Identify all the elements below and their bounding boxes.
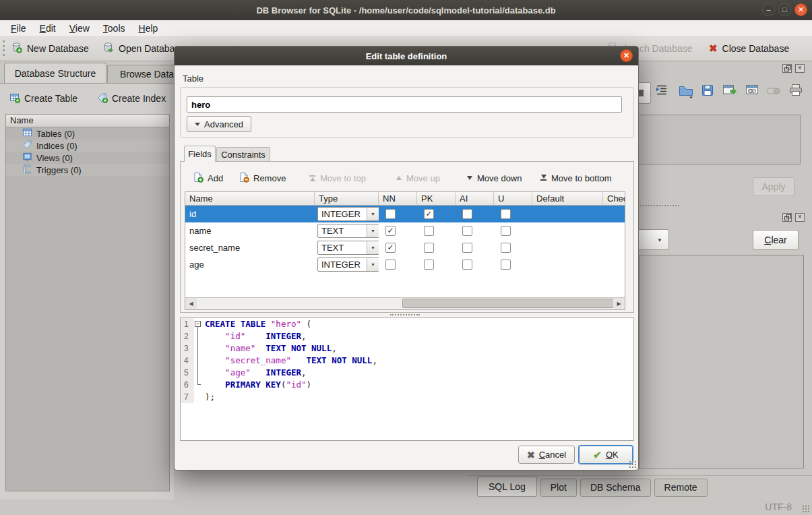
pk-checkbox[interactable]: ✓: [424, 209, 434, 219]
field-row-name[interactable]: nameTEXT▼✓: [185, 222, 625, 239]
bottom-tab-db-schema[interactable]: DB Schema: [580, 479, 651, 497]
menu-tools[interactable]: Tools: [96, 22, 132, 35]
splitter-handle[interactable]: [640, 205, 679, 206]
default-cell[interactable]: [532, 239, 603, 256]
print-icon[interactable]: [788, 84, 803, 99]
column-header-default[interactable]: Default: [532, 192, 603, 206]
menu-edit[interactable]: Edit: [33, 22, 63, 35]
tree-column-header-name[interactable]: Name: [6, 115, 169, 127]
tab-constraints[interactable]: Constraints: [216, 147, 270, 162]
default-cell[interactable]: [532, 206, 603, 222]
check-cell[interactable]: [603, 256, 625, 273]
field-name-cell[interactable]: secret_name: [185, 239, 315, 256]
mdi-close-button[interactable]: ×: [795, 64, 805, 73]
ok-button[interactable]: ✔ OK: [579, 446, 633, 464]
ai-checkbox[interactable]: [462, 243, 472, 253]
dialog-close-button[interactable]: ✕: [620, 49, 633, 62]
pk-checkbox[interactable]: [424, 260, 434, 270]
scroll-right-arrow[interactable]: ▶: [613, 298, 625, 309]
menu-file[interactable]: File: [4, 22, 33, 35]
mdi-restore-button-2[interactable]: [782, 213, 792, 222]
minimize-button[interactable]: –: [762, 3, 775, 16]
tab-database-structure[interactable]: Database Structure: [4, 63, 106, 83]
default-cell[interactable]: [532, 222, 603, 239]
dialog-titlebar[interactable]: Edit table definition ✕: [175, 47, 638, 65]
column-header-ai[interactable]: AI: [456, 192, 494, 206]
ai-checkbox[interactable]: [462, 260, 472, 270]
maximize-button[interactable]: □: [778, 3, 791, 16]
pk-checkbox[interactable]: [424, 226, 434, 236]
bottom-tab-sql-log[interactable]: SQL Log: [477, 477, 537, 497]
nn-checkbox[interactable]: [385, 209, 396, 219]
field-name-cell[interactable]: age: [185, 256, 315, 273]
toolbar-drag-handle[interactable]: [3, 40, 7, 56]
u-checkbox[interactable]: [501, 226, 511, 236]
move-down-button[interactable]: Move down: [466, 169, 522, 187]
advanced-button[interactable]: Advanced: [187, 116, 251, 132]
word-wrap-icon[interactable]: [655, 84, 668, 98]
tab-fields[interactable]: Fields: [184, 146, 216, 162]
add-button[interactable]: Add: [193, 169, 223, 187]
check-cell[interactable]: [603, 239, 625, 256]
import-file-icon[interactable]: [678, 84, 694, 100]
sql-preview-editor[interactable]: 1−CREATE TABLE "hero" (2 "id" INTEGER,3 …: [180, 317, 634, 441]
type-combobox[interactable]: INTEGER▼: [317, 207, 379, 221]
window-resize-grip[interactable]: [802, 505, 810, 513]
type-combobox[interactable]: TEXT▼: [317, 224, 379, 238]
field-name-cell[interactable]: name: [185, 222, 315, 239]
remove-button[interactable]: Remove: [239, 169, 286, 187]
fields-grid-hscrollbar[interactable]: ◀ ▶: [185, 297, 625, 309]
tree-item-views[interactable]: Views (0): [6, 152, 169, 164]
create-index-button[interactable]: Create Index: [97, 90, 166, 107]
column-header-u[interactable]: U: [494, 192, 532, 206]
check-cell[interactable]: [603, 222, 625, 239]
close-button[interactable]: ✕: [794, 3, 807, 16]
u-checkbox[interactable]: [501, 243, 511, 253]
menu-help[interactable]: Help: [132, 22, 165, 35]
field-row-age[interactable]: ageINTEGER▼: [185, 256, 625, 273]
bottom-tab-remote[interactable]: Remote: [654, 479, 708, 497]
column-header-type[interactable]: Type: [315, 192, 379, 206]
open-database-button[interactable]: Open Database: [102, 40, 185, 57]
fold-collapse-icon[interactable]: −: [195, 321, 201, 327]
dialog-resize-grip[interactable]: [629, 460, 637, 468]
nn-checkbox[interactable]: ✓: [385, 243, 396, 253]
mdi-close-button-2[interactable]: ×: [795, 213, 805, 222]
field-name-cell[interactable]: id: [185, 206, 315, 222]
nn-checkbox[interactable]: [385, 260, 396, 270]
column-header-check[interactable]: Check: [603, 192, 625, 206]
nn-checkbox[interactable]: ✓: [385, 226, 396, 236]
tree-item-tables[interactable]: Tables (0): [6, 127, 169, 140]
edit-cell-textarea[interactable]: [637, 115, 801, 164]
pk-checkbox[interactable]: [424, 243, 434, 253]
cancel-button[interactable]: ✖ Cancel: [518, 446, 575, 464]
table-name-input[interactable]: [187, 96, 622, 113]
sql-log-area[interactable]: [639, 255, 804, 468]
ai-checkbox[interactable]: [462, 226, 472, 236]
u-checkbox[interactable]: [501, 209, 511, 219]
default-cell[interactable]: [532, 256, 603, 273]
column-header-name[interactable]: Name: [185, 192, 315, 206]
type-combobox[interactable]: INTEGER▼: [317, 258, 379, 272]
ai-checkbox[interactable]: [462, 209, 472, 219]
tree-item-indices[interactable]: Indices (0): [6, 140, 169, 152]
close-database-button[interactable]: ✖ Close Database: [709, 40, 789, 57]
scroll-left-arrow[interactable]: ◀: [185, 298, 197, 309]
clear-button[interactable]: Clear: [753, 230, 799, 250]
export-window-icon[interactable]: [722, 84, 737, 98]
mdi-restore-button[interactable]: [782, 64, 792, 73]
new-database-button[interactable]: New Database: [11, 40, 89, 57]
column-header-nn[interactable]: NN: [379, 192, 417, 206]
dialog-splitter-handle[interactable]: [390, 314, 420, 315]
type-combobox[interactable]: TEXT▼: [317, 241, 379, 255]
tree-item-triggers[interactable]: Triggers (0): [6, 164, 169, 176]
save-icon[interactable]: [701, 84, 714, 99]
link-window-icon[interactable]: [745, 84, 760, 98]
field-row-id[interactable]: idINTEGER▼✓: [185, 206, 625, 222]
field-row-secret_name[interactable]: secret_nameTEXT▼✓: [185, 239, 625, 256]
bottom-tab-plot[interactable]: Plot: [540, 479, 577, 497]
move-to-bottom-button[interactable]: Move to bottom: [540, 169, 612, 187]
u-checkbox[interactable]: [501, 260, 511, 270]
create-table-button[interactable]: Create Table: [9, 90, 77, 107]
check-cell[interactable]: [603, 206, 625, 222]
